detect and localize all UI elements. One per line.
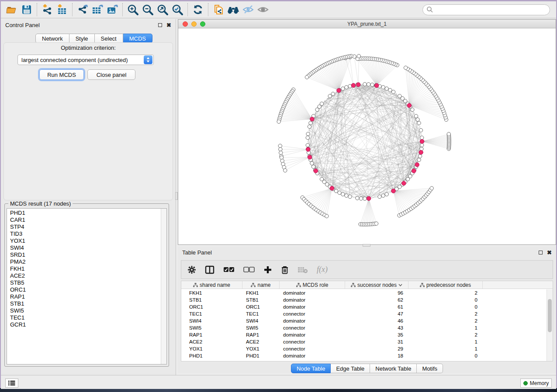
float-panel-icon[interactable]	[158, 23, 162, 27]
mcds-result-item[interactable]: TEC1	[7, 314, 160, 321]
table-cell[interactable]: 43	[345, 324, 408, 331]
table-cell[interactable]: ORC1	[181, 303, 242, 310]
table-cell[interactable]: ORC1	[242, 303, 280, 310]
mcds-result-item[interactable]: SWI4	[7, 244, 160, 251]
table-cell[interactable]: STB1	[242, 296, 280, 303]
network-node[interactable]	[391, 90, 395, 93]
network-node[interactable]	[363, 83, 367, 86]
table-cell[interactable]: 0	[408, 296, 483, 303]
table-cell[interactable]: connector	[280, 338, 345, 345]
tab-network[interactable]: Network	[35, 34, 69, 43]
zoom-selected-button[interactable]	[170, 3, 185, 16]
table-cell[interactable]: SWI5	[181, 324, 242, 331]
mcds-hub-node[interactable]	[367, 196, 371, 201]
network-node[interactable]	[414, 114, 418, 118]
export-network-button[interactable]	[75, 3, 90, 16]
network-node[interactable]	[306, 136, 309, 139]
table-cell[interactable]: dominator	[280, 331, 345, 338]
show-all-button[interactable]	[256, 3, 270, 16]
table-cell[interactable]: ACE2	[181, 338, 242, 345]
mcds-hub-node[interactable]	[420, 139, 424, 144]
network-node[interactable]	[345, 194, 348, 197]
mcds-hub-node[interactable]	[351, 83, 356, 88]
table-cell[interactable]: 61	[345, 303, 408, 310]
network-node[interactable]	[363, 197, 367, 200]
network-node[interactable]	[341, 193, 345, 196]
table-cell[interactable]: ACE2	[242, 338, 280, 345]
import-table-button[interactable]	[55, 3, 69, 16]
mcds-result-list[interactable]: PHD1CAR1STP4TID3YOX1SWI4SRD1PMA2FKH1ACE2…	[7, 208, 167, 364]
mcds-result-item[interactable]: GCR1	[7, 321, 160, 328]
network-leaf-node[interactable]	[277, 120, 280, 123]
refresh-button[interactable]	[190, 3, 205, 16]
mcds-result-item[interactable]: STP4	[7, 224, 160, 230]
mcds-result-item[interactable]: YOX1	[7, 237, 160, 244]
zoom-out-button[interactable]	[140, 3, 155, 16]
mcds-hub-node[interactable]	[402, 181, 406, 186]
network-leaf-node[interactable]	[430, 186, 433, 190]
table-cell[interactable]: 0	[408, 303, 483, 310]
table-cell[interactable]: dominator	[280, 296, 345, 303]
table-cell[interactable]: 1	[408, 324, 483, 331]
network-node[interactable]	[308, 125, 311, 128]
zoom-in-button[interactable]	[125, 3, 140, 16]
mcds-hub-node[interactable]	[337, 88, 341, 93]
table-cell[interactable]: dominator	[280, 317, 345, 324]
network-node[interactable]	[338, 191, 341, 194]
result-list-scrollbar[interactable]	[161, 209, 166, 364]
tab-mcds[interactable]: MCDS	[123, 34, 152, 43]
table-cell[interactable]: 0	[408, 352, 483, 359]
table-cell[interactable]: 62	[345, 296, 408, 303]
mcds-result-item[interactable]: STB1	[7, 300, 160, 307]
table-row[interactable]: ACE2ACE2connector311	[181, 338, 546, 345]
table-scrollbar[interactable]	[547, 289, 553, 361]
table-row[interactable]: FKH1FKH1dominator962	[181, 289, 546, 296]
table-cell[interactable]: connector	[280, 310, 345, 317]
table-cell[interactable]: FKH1	[181, 289, 242, 296]
table-cell[interactable]: connector	[280, 324, 345, 331]
table-row[interactable]: YOX1YOX1connector291	[181, 345, 546, 352]
column-header-name[interactable]: name	[242, 281, 280, 289]
mcds-result-item[interactable]: SWI5	[7, 307, 160, 314]
network-node[interactable]	[367, 83, 370, 86]
table-cell[interactable]: dominator	[280, 303, 345, 310]
clone-network-button[interactable]	[211, 3, 226, 16]
mcds-result-item[interactable]: ACE2	[7, 272, 160, 279]
mcds-result-item[interactable]: ORC1	[7, 286, 160, 293]
mcds-result-item[interactable]: STB5	[7, 279, 160, 286]
delete-columns-button[interactable]	[281, 265, 289, 274]
network-canvas[interactable]	[178, 29, 556, 244]
table-cell[interactable]: 96	[345, 289, 408, 296]
mcds-hub-node[interactable]	[415, 162, 419, 167]
table-cell[interactable]: dominator	[280, 289, 345, 296]
network-node[interactable]	[420, 143, 424, 147]
network-node[interactable]	[341, 87, 345, 90]
table-cell[interactable]: 2	[408, 310, 483, 317]
show-log-button[interactable]	[5, 378, 18, 388]
close-table-panel-icon[interactable]: ✖	[547, 250, 552, 255]
network-node[interactable]	[419, 128, 422, 132]
export-table-button[interactable]	[90, 3, 105, 16]
tab-network-table[interactable]: Network Table	[370, 364, 417, 373]
table-cell[interactable]: 2	[408, 289, 483, 296]
global-search-field[interactable]	[422, 4, 550, 15]
mcds-hub-node[interactable]	[306, 147, 310, 151]
mcds-result-item[interactable]: PMA2	[7, 258, 160, 265]
close-panel-icon[interactable]: ✖	[166, 22, 171, 28]
tab-select[interactable]: Select	[95, 34, 123, 43]
table-row[interactable]: PHD1PHD1dominator180	[181, 352, 546, 359]
table-row[interactable]: RAP1RAP1dominator352	[181, 331, 546, 338]
network-node[interactable]	[418, 155, 422, 158]
table-cell[interactable]: 47	[345, 310, 408, 317]
table-cell[interactable]: TEC1	[242, 310, 280, 317]
network-leaf-node[interactable]	[357, 54, 360, 58]
deselect-all-button[interactable]	[243, 267, 255, 273]
table-scrollbar-thumb[interactable]	[548, 299, 552, 332]
table-cell[interactable]: STB1	[181, 296, 242, 303]
tab-node-table[interactable]: Node Table	[291, 364, 331, 373]
network-leaf-node[interactable]	[447, 132, 450, 136]
table-cell[interactable]: 1	[408, 345, 483, 352]
add-column-button[interactable]	[263, 265, 272, 274]
network-node[interactable]	[378, 195, 381, 198]
network-leaf-node[interactable]	[374, 222, 378, 225]
